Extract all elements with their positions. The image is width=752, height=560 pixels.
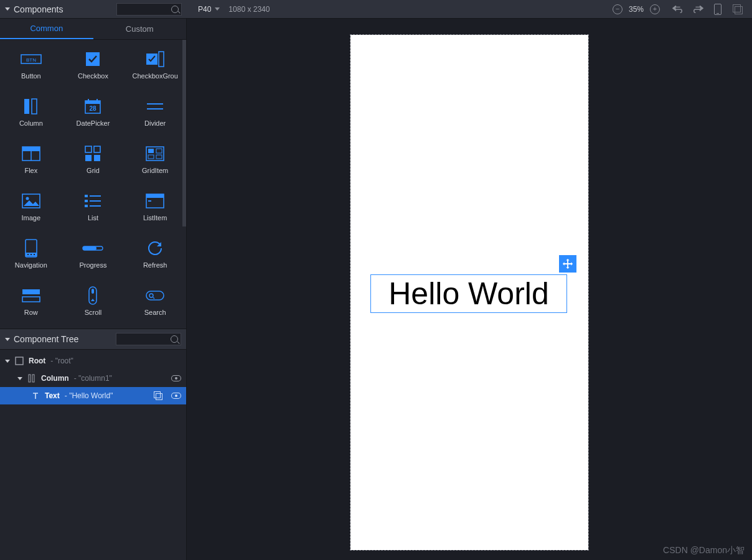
device-name: P40 xyxy=(198,5,211,14)
components-title-wrap[interactable]: Components xyxy=(5,4,63,14)
component-listitem[interactable]: ListItem xyxy=(126,193,184,222)
component-label: Image xyxy=(22,214,41,222)
device-resolution: 1080 x 2340 xyxy=(228,5,270,14)
component-grid[interactable]: Grid xyxy=(65,146,122,174)
svg-rect-8 xyxy=(85,101,100,104)
svg-rect-24 xyxy=(148,155,154,159)
svg-rect-41 xyxy=(34,254,35,255)
component-label: Refresh xyxy=(143,261,167,269)
chevron-down-icon xyxy=(215,7,220,11)
undo-button[interactable] xyxy=(672,4,684,15)
component-divider[interactable]: Divider xyxy=(126,98,184,127)
svg-rect-6 xyxy=(32,99,37,114)
search-icon xyxy=(144,287,166,304)
zoom-out-button[interactable]: − xyxy=(613,4,623,14)
tree-label: Root xyxy=(29,357,45,365)
canvas[interactable]: Hello World xyxy=(187,19,752,560)
component-label: List xyxy=(88,214,98,222)
component-scroll[interactable]: Scroll xyxy=(65,287,122,316)
svg-rect-4 xyxy=(159,52,164,67)
collapse-icon xyxy=(5,7,10,11)
move-handle[interactable] xyxy=(559,255,576,273)
duplicate-icon[interactable] xyxy=(154,391,162,400)
component-label: Navigation xyxy=(15,261,47,269)
component-label: Checkbox xyxy=(78,72,108,80)
selected-text-element[interactable]: Hello World xyxy=(370,274,567,313)
expand-icon[interactable] xyxy=(5,360,10,363)
checkbox-group-icon xyxy=(144,51,166,67)
component-refresh[interactable]: Refresh xyxy=(126,240,184,269)
svg-rect-5 xyxy=(24,99,29,114)
svg-rect-18 xyxy=(94,146,100,152)
component-label: Button xyxy=(21,72,41,80)
redo-button[interactable] xyxy=(692,4,703,15)
component-label: Row xyxy=(24,309,38,316)
tab-custom[interactable]: Custom xyxy=(93,19,187,39)
scroll-icon xyxy=(82,287,103,304)
svg-rect-15 xyxy=(22,147,40,151)
device-frame[interactable]: Hello World xyxy=(350,35,588,550)
zoom-in-button[interactable]: + xyxy=(650,4,660,14)
progress-icon xyxy=(82,240,103,256)
device-preview-button[interactable] xyxy=(712,4,723,15)
component-checkboxgrou[interactable]: CheckboxGrou xyxy=(126,51,184,80)
text-icon xyxy=(31,391,40,400)
column-icon xyxy=(27,374,36,383)
collapse-icon xyxy=(5,338,10,341)
tree-title-wrap[interactable]: Component Tree xyxy=(5,334,78,344)
component-griditem[interactable]: GridItem xyxy=(126,146,184,174)
device-selector[interactable]: P40 1080 x 2340 xyxy=(198,5,270,14)
visibility-icon[interactable] xyxy=(171,375,181,381)
main-area: Common Custom BTNButtonCheckboxCheckboxG… xyxy=(0,19,752,560)
row-icon xyxy=(21,287,42,304)
component-label: Scroll xyxy=(85,309,102,316)
watermark: CSDN @Damon小智 xyxy=(663,545,745,556)
tab-common[interactable]: Common xyxy=(0,19,93,39)
component-row[interactable]: Row xyxy=(2,287,60,316)
svg-rect-44 xyxy=(22,289,40,294)
root-icon xyxy=(15,357,24,365)
svg-rect-29 xyxy=(90,195,101,197)
component-search-input[interactable] xyxy=(116,3,182,16)
svg-rect-43 xyxy=(83,246,96,250)
tree-node-root[interactable]: Root - "root" xyxy=(0,352,186,370)
component-search[interactable]: Search xyxy=(126,287,184,316)
component-label: Search xyxy=(144,309,166,316)
layout-toggle-button[interactable] xyxy=(732,4,743,15)
tree-title: Component Tree xyxy=(14,334,78,344)
component-label: Progress xyxy=(79,261,106,269)
list-icon xyxy=(82,193,103,209)
tree-search-input[interactable] xyxy=(116,333,181,345)
search-icon xyxy=(171,6,179,13)
tree-hint: - "root" xyxy=(50,357,73,365)
components-header: Components xyxy=(0,3,187,16)
svg-text:28: 28 xyxy=(90,105,97,112)
tree-node-text[interactable]: Text - "Hello World" xyxy=(0,387,186,404)
expand-icon[interactable] xyxy=(17,377,22,380)
griditem-icon xyxy=(144,146,166,162)
svg-rect-39 xyxy=(27,254,29,255)
component-label: Divider xyxy=(144,119,166,127)
visibility-icon[interactable] xyxy=(171,393,181,399)
svg-rect-40 xyxy=(31,254,32,255)
svg-rect-33 xyxy=(90,205,101,207)
components-title: Components xyxy=(14,4,63,14)
component-checkbox[interactable]: Checkbox xyxy=(65,51,122,80)
component-list[interactable]: List xyxy=(65,193,122,222)
zoom-controls: − 35% + xyxy=(613,4,672,14)
listitem-icon xyxy=(144,193,166,209)
svg-rect-48 xyxy=(146,291,164,300)
grid-icon xyxy=(82,146,103,162)
component-navigation[interactable]: Navigation xyxy=(2,240,60,269)
component-datepicker[interactable]: 28DatePicker xyxy=(65,98,122,127)
image-icon xyxy=(21,193,42,209)
component-flex[interactable]: Flex xyxy=(2,146,60,174)
flex-icon xyxy=(21,146,42,162)
svg-point-49 xyxy=(149,294,153,297)
svg-text:BTN: BTN xyxy=(26,57,36,63)
component-progress[interactable]: Progress xyxy=(65,240,122,269)
component-image[interactable]: Image xyxy=(2,193,60,222)
component-column[interactable]: Column xyxy=(2,98,60,127)
tree-node-column[interactable]: Column - "column1" xyxy=(0,370,186,387)
component-button[interactable]: BTNButton xyxy=(2,51,60,80)
